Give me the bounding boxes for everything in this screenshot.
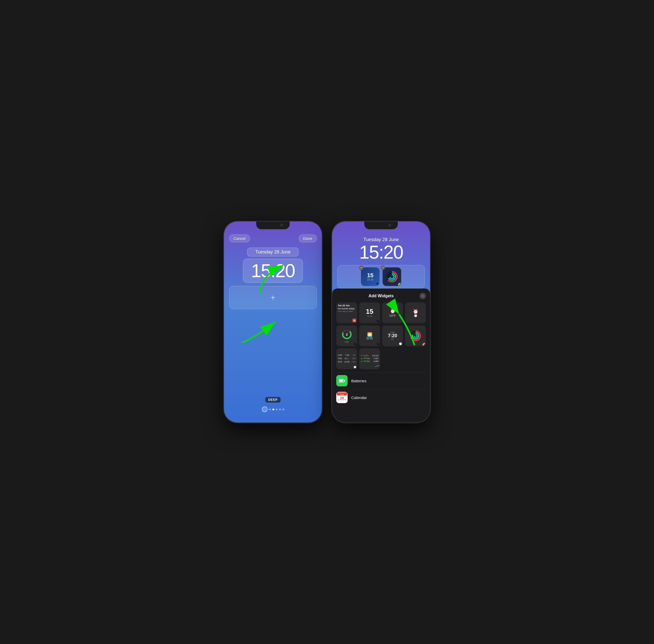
cal-events: No events today bbox=[338, 307, 356, 310]
activity-widget-icon: 🌈 bbox=[382, 268, 401, 286]
clock-widget-container: − 15 10 16 🌤 bbox=[361, 268, 379, 286]
stocks-widget-cell[interactable]: ▼ AAPL 141.42 ▲ ^FTSE 7,351 ▲ ^FTAS 4,05… bbox=[359, 348, 380, 369]
remove-activity-widget-button[interactable]: − bbox=[380, 265, 385, 270]
cup-time-widget-cell[interactable]: CUP 7:20 am 🕐 bbox=[382, 325, 403, 346]
alarm-widget-cell[interactable]: ⏰ OFF 🕐 bbox=[382, 302, 403, 323]
page-dot-2 bbox=[269, 409, 271, 410]
cancel-button[interactable]: Cancel bbox=[229, 234, 250, 243]
batteries-app-icon bbox=[336, 375, 348, 386]
phone2-notch bbox=[364, 222, 398, 229]
activity-rings-svg bbox=[386, 270, 398, 283]
clock-small-times: 10 16 bbox=[367, 315, 372, 318]
wc-row-1: CUP 7:20 -8H bbox=[338, 354, 356, 357]
cup-time-suffix: am bbox=[391, 338, 394, 340]
phone-1-screen: Cancel Done Tuesday 28 June 15:20 + bbox=[224, 222, 322, 422]
add-widget-button[interactable]: + bbox=[229, 286, 317, 309]
svg-text:●  ●: ● ● bbox=[341, 393, 344, 395]
stocks-chart-icon bbox=[375, 365, 379, 367]
wc-row-2: TOK 11:... +8H bbox=[338, 357, 356, 360]
calendar-app-icon: ● ● 28 bbox=[336, 392, 348, 403]
calendar-widget-cell[interactable]: Tue 28 Jun No events today Your day is c… bbox=[336, 302, 357, 323]
phone2-time-display: 15:20 bbox=[359, 243, 403, 261]
activity-rings-widget-cell[interactable]: 🌈 bbox=[405, 325, 426, 346]
svg-rect-26 bbox=[340, 399, 342, 400]
page-dot-4 bbox=[276, 409, 278, 410]
cal-date: Tue 28 Jun bbox=[338, 304, 356, 307]
phone2-camera bbox=[388, 224, 391, 227]
page-dot-3 bbox=[273, 409, 274, 410]
calendar-app-item[interactable]: ● ● 28 Calendar bbox=[336, 389, 426, 406]
phone-1: Cancel Done Tuesday 28 June 15:20 + bbox=[224, 222, 322, 422]
page-dot-active bbox=[262, 407, 267, 412]
grid-filler-2 bbox=[405, 348, 426, 369]
stocks-row-3: ▲ ^FTAS 4,050 bbox=[361, 360, 378, 363]
add-widgets-panel: Add Widgets × Tue 28 Jun No events today… bbox=[332, 289, 430, 422]
page-indicator bbox=[262, 407, 284, 412]
svg-rect-20 bbox=[340, 380, 343, 382]
svg-text:2: 2 bbox=[346, 333, 348, 337]
cup-time-number: 7:20 bbox=[388, 334, 397, 338]
phone2-date-label: Tuesday 28 June bbox=[363, 237, 399, 243]
done-button[interactable]: Done bbox=[299, 234, 317, 243]
panel-title: Add Widgets bbox=[369, 294, 394, 298]
clock-widget-sub: 10 16 bbox=[367, 278, 373, 281]
svg-text:28: 28 bbox=[340, 396, 344, 400]
phone2-widget-row[interactable]: − 15 10 16 🌤 − bbox=[337, 265, 425, 288]
grid-filler-1 bbox=[382, 348, 403, 369]
svg-rect-27 bbox=[343, 399, 344, 400]
app-list: Batteries ● ● 28 bbox=[336, 372, 426, 406]
activity-widget-container: − 🌈 bbox=[382, 268, 401, 286]
activity-rings-grid-svg bbox=[410, 330, 421, 342]
phone-2: Tuesday 28 June 15:20 − 15 10 16 🌤 bbox=[332, 222, 430, 422]
sunrise-widget-cell[interactable]: 🌅 22:01 🌤 bbox=[359, 325, 380, 346]
page-dot-5 bbox=[279, 409, 281, 410]
remove-clock-widget-button[interactable]: − bbox=[359, 265, 364, 270]
arrow-2 bbox=[234, 306, 291, 348]
phone-2-screen: Tuesday 28 June 15:20 − 15 10 16 🌤 bbox=[332, 222, 430, 422]
widget-grid-row3: CUP 7:20 -8H TOK 11:... +8H SYD bbox=[336, 348, 426, 369]
clock-widget-number: 15 bbox=[367, 273, 373, 278]
clock-widget-icon: 15 10 16 🌤 bbox=[361, 268, 379, 286]
stocks-row-2: ▲ ^FTSE 7,351 bbox=[361, 357, 378, 360]
cal-no-events: Your day is clear bbox=[338, 310, 356, 313]
stocks-row-1: ▼ AAPL 141.42 bbox=[361, 354, 378, 357]
batteries-app-item[interactable]: Batteries bbox=[336, 372, 426, 389]
page-dot-6 bbox=[282, 409, 284, 410]
batteries-app-name: Batteries bbox=[351, 379, 366, 383]
panel-close-button[interactable]: × bbox=[420, 293, 426, 299]
world-clock-widget-cell[interactable]: CUP 7:20 -8H TOK 11:... +8H SYD bbox=[336, 348, 357, 369]
panel-header: Add Widgets × bbox=[336, 294, 426, 298]
main-container: Cancel Done Tuesday 28 June 15:20 + bbox=[224, 222, 430, 422]
phone-2-background: Tuesday 28 June 15:20 − 15 10 16 🌤 bbox=[332, 222, 430, 422]
clock-bottom-weather: 🌤 bbox=[376, 319, 379, 322]
widget-grid-row1: Tue 28 Jun No events today Your day is c… bbox=[336, 302, 426, 323]
notch bbox=[256, 222, 290, 229]
svg-rect-28 bbox=[345, 399, 346, 400]
svg-rect-25 bbox=[338, 399, 340, 400]
plus-icon: + bbox=[271, 293, 276, 302]
battery-icon bbox=[339, 379, 345, 383]
calendar-icon-svg: ● ● 28 bbox=[337, 392, 347, 402]
aqi-widget-cell[interactable]: 2 AQI 🌤 bbox=[336, 325, 357, 346]
camera bbox=[280, 224, 283, 227]
phone1-bottom: DEEP bbox=[224, 397, 322, 412]
clock-number-widget-cell[interactable]: 15 10 16 🌤 bbox=[359, 302, 380, 323]
calendar-app-name: Calendar bbox=[351, 395, 367, 400]
alarm-status: OFF bbox=[389, 314, 396, 318]
time-widget[interactable]: 15:20 bbox=[243, 259, 303, 283]
svg-rect-19 bbox=[344, 380, 345, 382]
extra-widget-cell[interactable]: ⏰ 🕐 bbox=[405, 302, 426, 323]
aqi-ring-svg: 2 bbox=[341, 329, 352, 340]
date-widget[interactable]: Tuesday 28 June bbox=[247, 248, 298, 257]
phone-1-background: Cancel Done Tuesday 28 June 15:20 + bbox=[224, 222, 322, 422]
clock-big-number: 15 bbox=[366, 308, 373, 315]
wallpaper-label: DEEP bbox=[265, 397, 281, 402]
wc-row-3: SYD 12:20 +9H bbox=[338, 360, 356, 364]
widget-grid-row2: 2 AQI 🌤 🌅 22:01 🌤 bbox=[336, 325, 426, 346]
sunrise-time: 22:01 bbox=[366, 337, 373, 340]
aqi-label: AQI bbox=[345, 341, 349, 343]
cal-bottom-icons: 📅 bbox=[352, 319, 356, 322]
